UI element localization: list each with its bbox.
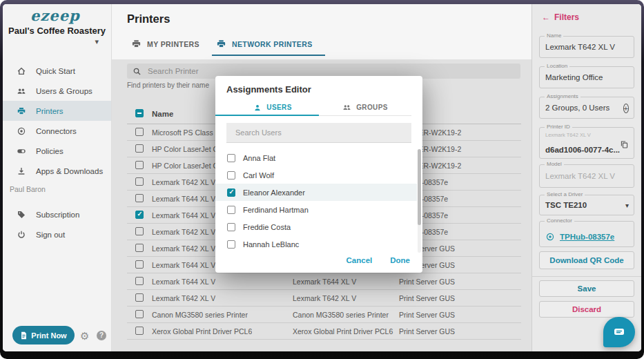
tag-icon	[17, 210, 26, 220]
table-row[interactable]: Lexmark T644 XL V Lexmark T644 XL V Prin…	[127, 273, 521, 290]
save-button[interactable]: Save	[539, 280, 634, 297]
help-icon[interactable]: ?	[97, 331, 106, 340]
assignments-field[interactable]: Assignments 2 Groups, 0 Users +	[539, 97, 634, 119]
tab-users[interactable]: USERS	[226, 99, 319, 115]
driver-select[interactable]: Select a Driver TSC TE210 ▾	[539, 195, 634, 215]
user-checkbox[interactable]	[227, 171, 235, 180]
driver-select-label: Select a Driver	[545, 192, 585, 197]
filters-back[interactable]: ← Filters	[542, 12, 579, 22]
user-search	[226, 123, 411, 143]
done-button[interactable]: Done	[390, 256, 410, 264]
scrollbar-thumb[interactable]	[418, 149, 421, 225]
sidebar-item-connectors[interactable]: Connectors	[3, 121, 111, 141]
document-icon	[20, 331, 28, 340]
name-field-label: Name	[545, 33, 563, 39]
cancel-button[interactable]: Cancel	[347, 256, 373, 264]
home-icon	[17, 66, 26, 76]
row-checkbox[interactable]	[135, 244, 144, 252]
user-list-item[interactable]: Carl Wolf	[215, 166, 417, 184]
sidebar-item-label: Sign out	[36, 231, 65, 239]
print-now-label: Print Now	[31, 331, 66, 340]
sidebar-account-nav: Subscription Sign out	[3, 204, 111, 244]
user-list-item[interactable]: Anna Flat	[215, 149, 417, 166]
row-checkbox[interactable]	[135, 310, 144, 318]
cell-printer-name: Lexmark T644 XL V	[152, 261, 215, 269]
arrow-left-icon: ←	[542, 12, 550, 22]
user-list-item[interactable]: Freddie Costa	[215, 218, 417, 235]
user-list-item[interactable]: Ferdinand Hartman	[215, 201, 417, 218]
sidebar-bottom-bar: Print Now ⚙ ?	[3, 324, 111, 345]
sidebar-item-printers[interactable]: Printers	[3, 101, 111, 121]
user-name: Ferdinand Hartman	[243, 206, 309, 214]
table-row[interactable]: Xerox Global Print Driver PCL6 Xerox Glo…	[127, 323, 521, 340]
table-row[interactable]: Lexmark T642 XL V Lexmark T642 XL V Prin…	[127, 290, 521, 307]
printer-search-input[interactable]	[146, 66, 457, 76]
user-checkbox[interactable]	[227, 188, 235, 197]
tab-label: NETWORK PRINTERS	[232, 40, 313, 48]
sidebar-item-subscription[interactable]: Subscription	[3, 204, 111, 224]
name-field[interactable]: Name Lexmark T642 XL V	[539, 36, 634, 58]
user-name: Freddie Costa	[243, 223, 291, 231]
print-now-button[interactable]: Print Now	[12, 326, 75, 345]
search-icon	[133, 67, 142, 76]
row-checkbox[interactable]	[135, 327, 144, 335]
tab-my-printers[interactable]: MY PRINTERS	[127, 33, 212, 56]
row-checkbox[interactable]	[135, 293, 144, 302]
chevron-down-icon[interactable]: ▾	[625, 202, 629, 209]
sidebar-item-sign-out[interactable]: Sign out	[3, 224, 111, 244]
connector-link[interactable]: TPHub-08357e	[560, 233, 614, 241]
app-window: ezeep Paul's Coffee Roastery ▾ Quick Sta…	[3, 4, 641, 351]
user-checkbox[interactable]	[227, 154, 235, 162]
chat-icon	[612, 327, 626, 338]
printer-id-field-label: Printer ID	[545, 124, 572, 130]
cell-printer-connector: Print Server GUS	[399, 294, 455, 302]
download-qr-button[interactable]: Download QR Code	[539, 251, 634, 269]
row-checkbox[interactable]	[135, 227, 144, 235]
row-checkbox[interactable]	[135, 128, 144, 136]
add-assignment-icon[interactable]: +	[623, 104, 629, 113]
row-checkbox[interactable]	[135, 194, 144, 202]
tab-groups[interactable]: GROUPS	[319, 99, 411, 115]
row-checkbox[interactable]	[135, 211, 144, 219]
sidebar-item-apps-downloads[interactable]: Apps & Downloads	[3, 161, 111, 181]
connector-field-label: Connector	[545, 218, 574, 224]
copy-icon[interactable]	[620, 139, 629, 152]
cell-printer-model: Canon MG3580 series Printer	[293, 311, 389, 319]
user-list-item[interactable]: Hannah LeBlanc	[215, 235, 417, 253]
tab-label: MY PRINTERS	[147, 40, 199, 48]
select-all-checkbox[interactable]	[135, 109, 144, 117]
model-field-value: Lexmark T642 XL V	[545, 172, 615, 180]
user-search-input[interactable]	[234, 128, 393, 137]
tab-network-printers[interactable]: NETWORK PRINTERS	[212, 33, 325, 56]
user-checkbox[interactable]	[227, 206, 235, 214]
row-checkbox[interactable]	[135, 161, 144, 169]
row-checkbox[interactable]	[135, 260, 144, 269]
user-checkbox[interactable]	[227, 223, 235, 231]
discard-button[interactable]: Discard	[539, 301, 634, 318]
tab-label: GROUPS	[356, 104, 388, 111]
table-row[interactable]: Canon MG3580 series Printer Canon MG3580…	[127, 307, 521, 323]
user-list-item[interactable]: Eleanor Alexander	[215, 184, 417, 201]
modal-footer: Cancel Done	[347, 256, 410, 264]
cell-printer-name: Lexmark T642 XL V	[152, 294, 215, 302]
location-field[interactable]: Location Marketing Office	[539, 66, 634, 88]
sidebar-item-policies[interactable]: Policies	[3, 141, 111, 161]
network-printer-icon	[216, 39, 226, 49]
row-checkbox[interactable]	[135, 277, 144, 285]
org-switcher-caret-icon[interactable]: ▾	[95, 37, 99, 46]
user-name: Carl Wolf	[243, 171, 274, 180]
row-checkbox[interactable]	[135, 177, 144, 186]
user-checkbox[interactable]	[227, 240, 235, 249]
filters-panel: ← Filters Name Lexmark T642 XL V Locatio…	[531, 4, 641, 351]
chat-bubble-button[interactable]	[603, 317, 635, 347]
search-hint: Find printers by their name	[127, 81, 209, 89]
row-checkbox[interactable]	[135, 144, 144, 153]
sidebar-item-users-groups[interactable]: Users & Groups	[3, 81, 111, 101]
sidebar-item-quick-start[interactable]: Quick Start	[3, 61, 111, 81]
cell-printer-connector: Print Server GUS	[399, 327, 455, 336]
cell-printer-name: Lexmark T644 XL V	[152, 278, 215, 286]
settings-gear-icon[interactable]: ⚙	[80, 331, 89, 341]
name-field-value: Lexmark T642 XL V	[545, 43, 615, 51]
user-list-scrollbar[interactable]	[418, 149, 421, 253]
location-field-value: Marketing Office	[545, 73, 603, 81]
